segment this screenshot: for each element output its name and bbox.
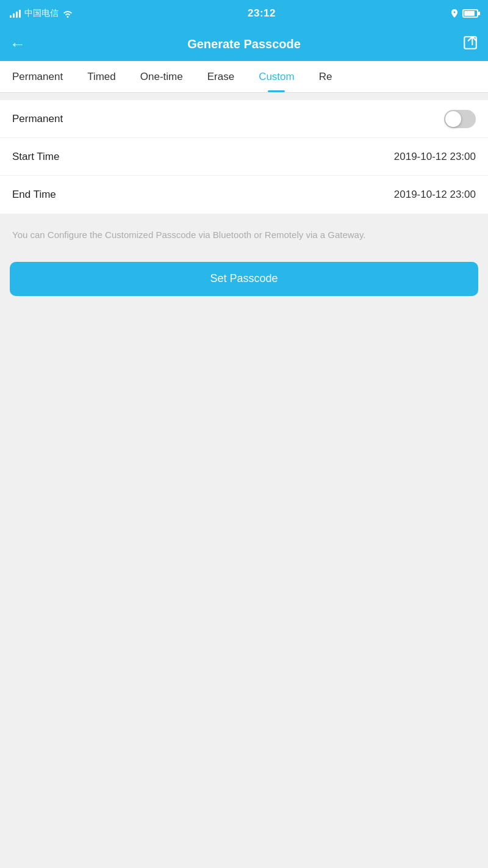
status-right xyxy=(450,9,478,18)
battery-icon xyxy=(462,9,478,18)
status-left: 中国电信 xyxy=(10,8,73,19)
back-button[interactable]: ← xyxy=(10,32,30,56)
start-time-label: Start Time xyxy=(12,151,59,163)
share-icon xyxy=(462,35,478,51)
content-area: Permanent Start Time 2019-10-12 23:00 En… xyxy=(0,100,488,868)
location-icon xyxy=(450,9,459,18)
wifi-icon xyxy=(62,9,73,18)
start-time-row[interactable]: Start Time 2019-10-12 23:00 xyxy=(0,138,488,176)
info-text: You can Configure the Customized Passcod… xyxy=(0,214,488,257)
permanent-label: Permanent xyxy=(12,113,63,125)
share-button[interactable] xyxy=(462,35,478,54)
permanent-toggle[interactable] xyxy=(444,110,476,128)
tab-bar: Permanent Timed One-time Erase Custom Re xyxy=(0,61,488,93)
tab-timed[interactable]: Timed xyxy=(75,61,128,92)
carrier-label: 中国电信 xyxy=(24,8,59,19)
form-card: Permanent Start Time 2019-10-12 23:00 En… xyxy=(0,100,488,214)
status-time: 23:12 xyxy=(248,7,276,20)
start-time-value: 2019-10-12 23:00 xyxy=(394,151,476,163)
set-passcode-button[interactable]: Set Passcode xyxy=(10,262,478,296)
tab-erase[interactable]: Erase xyxy=(195,61,246,92)
tab-permanent[interactable]: Permanent xyxy=(0,61,75,92)
end-time-label: End Time xyxy=(12,189,56,201)
tab-onetime[interactable]: One-time xyxy=(128,61,195,92)
app-header: ← Generate Passcode xyxy=(0,27,488,61)
status-bar: 中国电信 23:12 xyxy=(0,0,488,27)
end-time-value: 2019-10-12 23:00 xyxy=(394,189,476,201)
tab-custom[interactable]: Custom xyxy=(246,61,307,92)
page-title: Generate Passcode xyxy=(187,37,301,51)
toggle-knob xyxy=(445,111,461,127)
end-time-row[interactable]: End Time 2019-10-12 23:00 xyxy=(0,176,488,214)
permanent-row: Permanent xyxy=(0,100,488,138)
tab-re[interactable]: Re xyxy=(307,61,345,92)
signal-icon xyxy=(10,9,21,18)
